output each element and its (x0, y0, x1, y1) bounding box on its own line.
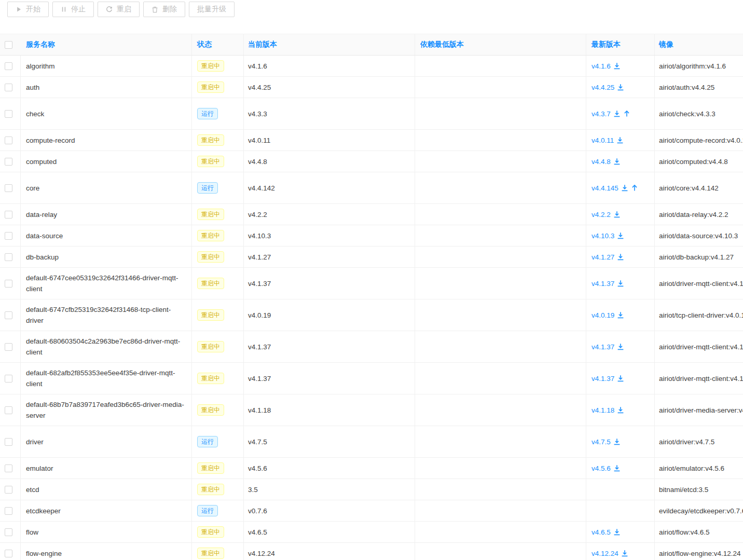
row-checkbox[interactable] (5, 438, 12, 446)
row-checkbox[interactable] (5, 343, 12, 351)
download-icon[interactable] (613, 211, 621, 218)
column-header-latest-version[interactable]: 最新版本 (586, 34, 655, 55)
download-icon[interactable] (617, 311, 624, 319)
download-icon[interactable] (613, 158, 621, 165)
latest-version-cell: v4.7.5 (586, 426, 655, 457)
service-status-cell: 重启中 (192, 130, 244, 151)
download-icon[interactable] (617, 343, 624, 350)
service-status-cell: 重启中 (192, 363, 244, 394)
column-header-service-name[interactable]: 服务名称 (21, 34, 192, 55)
service-status-cell: 运行 (192, 98, 244, 129)
row-checkbox[interactable] (5, 110, 12, 118)
row-checkbox[interactable] (5, 311, 12, 319)
row-checkbox[interactable] (5, 550, 12, 557)
column-header-status[interactable]: 状态 (192, 34, 244, 55)
download-icon[interactable] (613, 528, 621, 536)
download-icon[interactable] (613, 465, 621, 472)
column-header-min-dep-version[interactable]: 依赖最低版本 (415, 34, 586, 55)
row-checkbox[interactable] (5, 184, 12, 192)
select-all-cell (0, 34, 21, 55)
row-select-cell (0, 151, 21, 172)
min-dep-version (415, 77, 586, 98)
image-name: evildecay/etcdkeeper:v0.7.6 (655, 500, 743, 521)
service-name: etcdkeeper (21, 500, 192, 521)
stop-button[interactable]: 停止 (52, 2, 94, 17)
restart-icon (106, 6, 113, 13)
latest-version-cell: v4.6.5 (586, 522, 655, 542)
select-all-checkbox[interactable] (5, 41, 12, 49)
row-select-cell (0, 77, 21, 98)
row-select-cell (0, 299, 21, 331)
status-badge: 运行 (197, 436, 218, 447)
image-name: airiot/computed:v4.4.8 (655, 151, 743, 172)
latest-version: v4.10.3 (591, 232, 614, 240)
table-row: default-6747cee05319c32642f31466-driver-… (0, 268, 743, 299)
download-icon[interactable] (617, 406, 624, 414)
download-icon[interactable] (616, 136, 624, 144)
latest-version-cell: v4.12.24 (586, 543, 655, 560)
row-select-cell (0, 172, 21, 203)
download-icon[interactable] (621, 184, 628, 192)
row-select-cell (0, 394, 21, 426)
service-status-cell: 重启中 (192, 543, 244, 560)
table-row: flow-engine重启中v4.12.24v4.12.24airiot/flo… (0, 543, 743, 560)
row-select-cell (0, 363, 21, 394)
image-name: airiot/flow-engine:v4.12.24 (655, 543, 743, 560)
download-icon[interactable] (613, 438, 621, 445)
row-checkbox[interactable] (5, 84, 12, 91)
image-name: airiot/core:v4.4.142 (655, 172, 743, 203)
image-name: airiot/data-relay:v4.2.2 (655, 204, 743, 225)
row-checkbox[interactable] (5, 406, 12, 414)
download-icon[interactable] (613, 62, 621, 70)
image-name: airiot/emulator:v4.5.6 (655, 458, 743, 479)
min-dep-version (415, 299, 586, 331)
start-button[interactable]: 开始 (7, 2, 49, 17)
row-checkbox[interactable] (5, 232, 12, 240)
row-checkbox[interactable] (5, 375, 12, 383)
status-badge: 重启中 (197, 309, 224, 321)
service-status-cell: 重启中 (192, 247, 244, 267)
row-checkbox[interactable] (5, 211, 12, 218)
min-dep-version (415, 479, 586, 500)
row-checkbox[interactable] (5, 465, 12, 472)
service-status-cell: 重启中 (192, 394, 244, 426)
table-row: check运行v4.3.3v4.3.7airiot/check:v4.3.3 (0, 98, 743, 130)
row-checkbox[interactable] (5, 62, 12, 70)
table-row: db-backup重启中v4.1.27v4.1.27airiot/db-back… (0, 247, 743, 268)
column-header-current-version[interactable]: 当前版本 (244, 34, 415, 55)
download-icon[interactable] (617, 232, 624, 239)
download-icon[interactable] (621, 550, 628, 557)
download-icon[interactable] (617, 253, 624, 261)
download-icon[interactable] (617, 280, 624, 287)
min-dep-version (415, 204, 586, 225)
status-badge: 重启中 (197, 60, 224, 72)
row-checkbox[interactable] (5, 528, 12, 536)
min-dep-version (415, 172, 586, 203)
row-checkbox[interactable] (5, 507, 12, 515)
latest-version: v4.1.37 (591, 343, 614, 351)
current-version: v4.1.37 (244, 268, 415, 299)
column-header-image[interactable]: 镜像 (655, 34, 743, 55)
download-icon[interactable] (617, 375, 624, 382)
table-row: algorithm重启中v4.1.6v4.1.6airiot/algorithm… (0, 56, 743, 77)
row-checkbox[interactable] (5, 136, 12, 144)
restart-button[interactable]: 重启 (98, 2, 140, 17)
latest-version-cell: v4.0.11 (586, 130, 655, 151)
download-icon[interactable] (613, 110, 621, 117)
delete-button[interactable]: 删除 (143, 2, 185, 17)
status-badge: 重启中 (197, 526, 224, 538)
download-icon[interactable] (617, 84, 624, 91)
table-row: etcd重启中3.5bitnami/etcd:3.5 (0, 479, 743, 500)
service-name: auth (21, 77, 192, 98)
latest-version: v4.0.19 (591, 311, 614, 319)
row-select-cell (0, 543, 21, 560)
upgrade-icon[interactable] (631, 184, 638, 192)
row-checkbox[interactable] (5, 486, 12, 494)
row-checkbox[interactable] (5, 158, 12, 166)
row-checkbox[interactable] (5, 280, 12, 288)
min-dep-version (415, 363, 586, 394)
batch-upgrade-button[interactable]: 批量升级 (189, 2, 235, 17)
upgrade-icon[interactable] (623, 110, 630, 117)
row-checkbox[interactable] (5, 253, 12, 261)
current-version: v4.1.37 (244, 331, 415, 362)
